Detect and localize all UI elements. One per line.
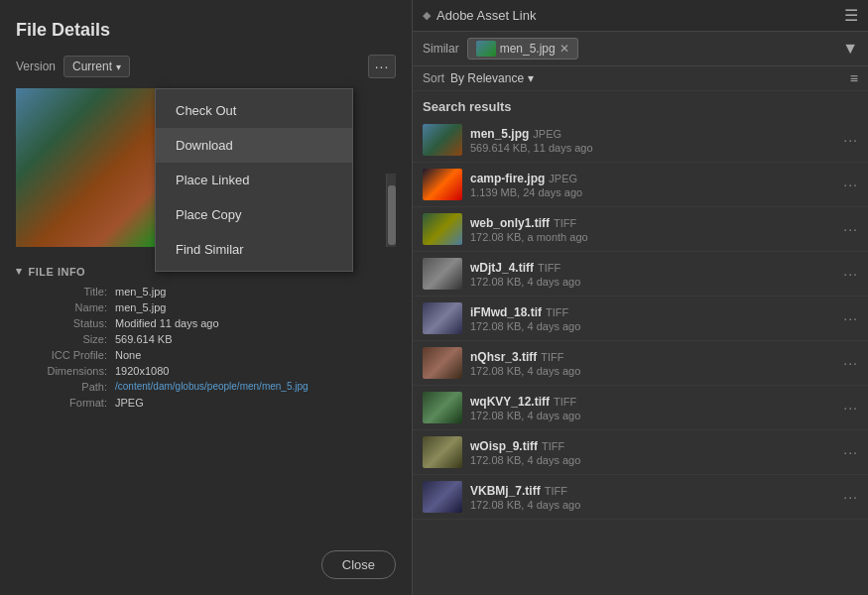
- list-item[interactable]: men_5.jpgJPEG 569.614 KB, 11 days ago ··…: [413, 118, 868, 163]
- search-results-label: Search results: [413, 91, 868, 118]
- result-thumbnail: [423, 481, 462, 513]
- similar-label: Similar: [423, 42, 459, 56]
- icc-label: ICC Profile:: [16, 349, 115, 361]
- filter-thumbnail: [476, 41, 496, 57]
- item-more-button[interactable]: ···: [843, 266, 858, 282]
- results-list: men_5.jpgJPEG 569.614 KB, 11 days ago ··…: [413, 118, 868, 595]
- context-menu: Check Out Download Place Linked Place Co…: [155, 88, 353, 272]
- result-meta: 172.08 KB, 4 days ago: [470, 276, 843, 288]
- result-info: web_only1.tiffTIFF 172.08 KB, a month ag…: [470, 216, 843, 243]
- filter-tag[interactable]: men_5.jpg ✕: [467, 38, 578, 60]
- version-select[interactable]: Current ▾: [63, 56, 130, 77]
- remove-filter-button[interactable]: ✕: [559, 42, 569, 56]
- list-item[interactable]: nQhsr_3.tiffTIFF 172.08 KB, 4 days ago ·…: [413, 341, 868, 386]
- list-item[interactable]: wDjtJ_4.tiffTIFF 172.08 KB, 4 days ago ·…: [413, 252, 868, 297]
- page-title: File Details: [16, 20, 396, 41]
- file-info-format-row: Format: JPEG: [16, 397, 396, 409]
- chevron-down-icon: ▾: [116, 61, 121, 72]
- scrollbar-track[interactable]: [386, 174, 396, 247]
- result-info: iFMwd_18.tifTIFF 172.08 KB, 4 days ago: [470, 305, 843, 332]
- panel-header: ◆ Adobe Asset Link ☰: [413, 0, 868, 32]
- item-more-button[interactable]: ···: [843, 400, 858, 416]
- dimensions-value: 1920x1080: [115, 365, 169, 377]
- list-item[interactable]: VKBMj_7.tiffTIFF 172.08 KB, 4 days ago ·…: [413, 475, 868, 520]
- menu-icon[interactable]: ☰: [844, 6, 858, 25]
- list-item[interactable]: web_only1.tiffTIFF 172.08 KB, a month ag…: [413, 207, 868, 252]
- file-preview: [16, 88, 155, 247]
- name-label: Name:: [16, 301, 115, 313]
- result-info: wOisp_9.tiffTIFF 172.08 KB, 4 days ago: [470, 439, 843, 466]
- file-type: JPEG: [549, 173, 577, 184]
- item-more-button[interactable]: ···: [843, 132, 858, 148]
- download-menu-item[interactable]: Download: [156, 128, 352, 163]
- size-label: Size:: [16, 333, 115, 345]
- list-view-icon[interactable]: ≡: [850, 70, 858, 86]
- file-type: TIFF: [546, 306, 568, 318]
- list-item[interactable]: wOisp_9.tiffTIFF 172.08 KB, 4 days ago ·…: [413, 430, 868, 475]
- left-panel: File Details Version Current ▾ ··· Check…: [0, 0, 412, 595]
- size-value: 569.614 KB: [115, 333, 173, 345]
- file-info-status-row: Status: Modified 11 days ago: [16, 317, 396, 329]
- result-name: men_5.jpgJPEG: [470, 127, 843, 141]
- file-type: TIFF: [538, 262, 560, 274]
- list-item[interactable]: camp-fire.jpgJPEG 1.139 MB, 24 days ago …: [413, 163, 868, 207]
- file-type: TIFF: [545, 485, 567, 497]
- item-more-button[interactable]: ···: [843, 355, 858, 371]
- filter-icon[interactable]: ▼: [842, 40, 858, 58]
- chevron-down-icon: ▾: [528, 71, 534, 85]
- result-thumbnail: [423, 258, 462, 290]
- close-button[interactable]: Close: [321, 550, 396, 579]
- result-meta: 172.08 KB, 4 days ago: [470, 454, 843, 466]
- status-label: Status:: [16, 317, 115, 329]
- header-title: ◆ Adobe Asset Link: [423, 8, 536, 23]
- file-info-size-row: Size: 569.614 KB: [16, 333, 396, 345]
- file-info-icc-row: ICC Profile: None: [16, 349, 396, 361]
- result-name: camp-fire.jpgJPEG: [470, 172, 843, 185]
- version-row: Version Current ▾ ···: [16, 55, 396, 78]
- sort-value: By Relevance: [450, 71, 524, 85]
- title-value: men_5.jpg: [115, 286, 166, 298]
- item-more-button[interactable]: ···: [843, 221, 858, 237]
- item-more-button[interactable]: ···: [843, 310, 858, 326]
- result-thumbnail: [423, 169, 462, 200]
- sort-select[interactable]: By Relevance ▾: [450, 71, 534, 85]
- result-info: VKBMj_7.tiffTIFF 172.08 KB, 4 days ago: [470, 484, 843, 511]
- checkout-menu-item[interactable]: Check Out: [156, 93, 352, 128]
- item-more-button[interactable]: ···: [843, 177, 858, 192]
- close-btn-row: Close: [16, 540, 396, 579]
- list-item[interactable]: wqKVY_12.tiffTIFF 172.08 KB, 4 days ago …: [413, 386, 868, 430]
- file-info-section: ▾ FILE INFO Title: men_5.jpg Name: men_5…: [16, 265, 396, 413]
- result-meta: 172.08 KB, 4 days ago: [470, 320, 843, 332]
- version-label: Version: [16, 60, 56, 73]
- place-copy-menu-item[interactable]: Place Copy: [156, 197, 352, 232]
- result-name: wOisp_9.tiffTIFF: [470, 439, 843, 453]
- file-type: TIFF: [542, 440, 564, 452]
- result-thumbnail: [423, 124, 462, 156]
- find-similar-menu-item[interactable]: Find Similar: [156, 232, 352, 267]
- file-type: TIFF: [554, 217, 576, 229]
- result-meta: 172.08 KB, a month ago: [470, 231, 843, 243]
- item-more-button[interactable]: ···: [843, 444, 858, 460]
- list-item[interactable]: iFMwd_18.tifTIFF 172.08 KB, 4 days ago ·…: [413, 297, 868, 341]
- scrollbar-thumb[interactable]: [388, 185, 396, 245]
- diamond-icon: ◆: [423, 9, 431, 22]
- format-value: JPEG: [115, 397, 144, 409]
- result-name: iFMwd_18.tifTIFF: [470, 305, 843, 319]
- result-info: camp-fire.jpgJPEG 1.139 MB, 24 days ago: [470, 172, 843, 198]
- place-linked-menu-item[interactable]: Place Linked: [156, 163, 352, 197]
- sort-controls: Sort By Relevance ▾: [423, 71, 534, 85]
- name-value: men_5.jpg: [115, 301, 166, 313]
- version-value: Current: [72, 60, 112, 73]
- file-type: TIFF: [554, 396, 576, 408]
- result-info: men_5.jpgJPEG 569.614 KB, 11 days ago: [470, 127, 843, 154]
- more-options-button[interactable]: ···: [368, 55, 396, 78]
- result-meta: 172.08 KB, 4 days ago: [470, 410, 843, 421]
- path-label: Path:: [16, 381, 115, 393]
- result-thumbnail: [423, 302, 462, 334]
- right-panel: ◆ Adobe Asset Link ☰ Similar men_5.jpg ✕…: [412, 0, 868, 595]
- app-title: Adobe Asset Link: [436, 8, 536, 23]
- result-info: wDjtJ_4.tiffTIFF 172.08 KB, 4 days ago: [470, 261, 843, 288]
- filter-row: Similar men_5.jpg ✕ ▼: [413, 32, 868, 66]
- chevron-down-icon: ▾: [16, 265, 23, 278]
- item-more-button[interactable]: ···: [843, 489, 858, 505]
